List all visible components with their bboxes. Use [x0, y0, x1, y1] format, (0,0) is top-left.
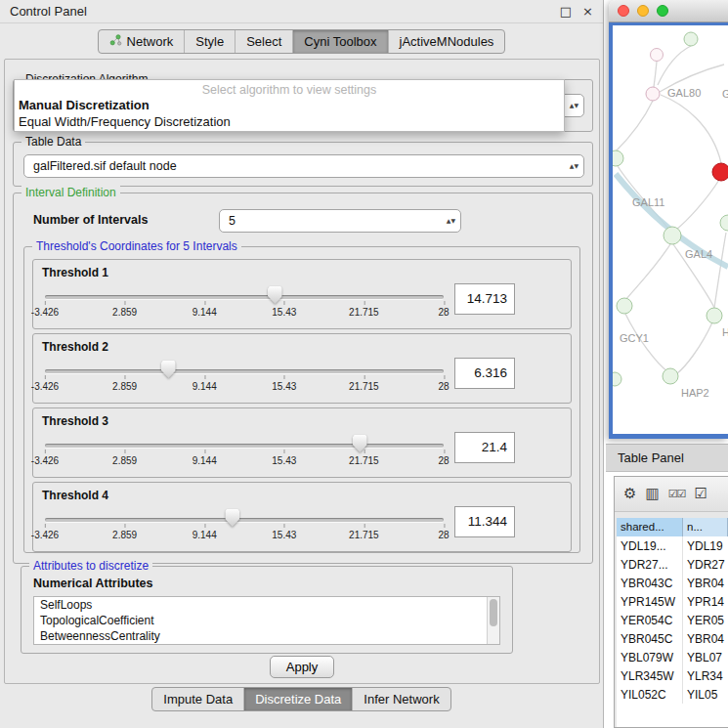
slider-thumb[interactable] [268, 286, 282, 304]
dropdown-option-equal-width-frequency[interactable]: Equal Width/Frequency Discretization [15, 113, 564, 130]
mac-close-button[interactable] [618, 5, 629, 17]
mac-zoom-button[interactable] [657, 5, 668, 17]
node-label: G [722, 88, 728, 100]
select-all-rows-icon[interactable]: ☑☑ [668, 489, 686, 499]
table-cell[interactable]: YBR045C [617, 629, 683, 648]
network-node[interactable] [613, 150, 623, 166]
network-view-window: GAL80 G GAL11 GAL4 GCY1 HAP2 H [609, 0, 728, 439]
table-cell[interactable]: YBR04 [683, 629, 728, 648]
table-cell[interactable]: YLR34 [683, 666, 728, 685]
network-node[interactable] [613, 372, 621, 386]
threshold-value-field[interactable]: 11.344 [454, 506, 515, 537]
attribute-list-item[interactable]: BetweennessCentrality [34, 628, 499, 644]
tick-label: 15.43 [272, 307, 296, 318]
table-cell[interactable]: YIL052C [617, 685, 683, 704]
table-row[interactable]: YPR145WYPR14 [617, 592, 728, 611]
attribute-items: SelfLoopsTopologicalCoefficientBetweenne… [34, 597, 499, 644]
network-node[interactable] [617, 298, 632, 314]
table-cell[interactable]: YDL19... [617, 536, 683, 555]
table-row[interactable]: YDR27...YDR27 [617, 555, 728, 574]
table-data-select[interactable]: galFiltered.sif default node ▲▼ [23, 154, 584, 178]
tab-style[interactable]: Style [184, 30, 235, 53]
mac-minimize-button[interactable] [637, 5, 649, 17]
table-row[interactable]: YLR345WYLR34 [617, 666, 728, 685]
titlebar[interactable]: Control Panel □ × [0, 0, 603, 23]
network-node[interactable] [651, 49, 664, 62]
apply-button[interactable]: Apply [270, 656, 334, 678]
slider-thumb[interactable] [225, 509, 239, 527]
table-cell[interactable]: YBL07 [683, 648, 728, 666]
tab-label: jActiveMNodules [400, 34, 494, 49]
slider-track[interactable] [45, 295, 444, 299]
network-node[interactable] [646, 87, 660, 101]
table-cell[interactable]: YBR043C [617, 574, 683, 592]
table-cell[interactable]: YLR345W [617, 666, 683, 685]
table-cell[interactable]: YDR27... [617, 555, 683, 574]
table-cell[interactable]: YER05 [683, 611, 728, 629]
table-row[interactable]: YER054CYER05 [617, 611, 728, 629]
network-canvas[interactable]: GAL80 G GAL11 GAL4 GCY1 HAP2 H [613, 25, 728, 434]
network-node[interactable] [664, 227, 681, 244]
threshold-slider[interactable]: -3.4262.8599.14415.4321.71528 [45, 283, 444, 324]
slider-track[interactable] [45, 444, 444, 448]
tab-jactivemnodules[interactable]: jActiveMNodules [388, 30, 505, 53]
tab-impute-data[interactable]: Impute Data [152, 688, 243, 710]
threshold-slider[interactable]: -3.4262.8599.14415.4321.71528 [45, 358, 444, 399]
table-row[interactable]: YDL19...YDL19 [617, 536, 728, 555]
threshold-label: Threshold 2 [42, 340, 108, 354]
algorithm-dropdown-popup: Select algorithm to view settings Manual… [14, 79, 565, 132]
table-row[interactable]: YBR045CYBR04 [617, 629, 728, 648]
slider-track[interactable] [45, 518, 444, 522]
threshold-value-field[interactable]: 6.316 [454, 358, 515, 389]
selected-red-node[interactable] [712, 163, 728, 181]
mac-titlebar[interactable] [609, 0, 728, 22]
tick-label: -3.426 [31, 530, 59, 540]
slider-thumb-shape [268, 286, 282, 304]
table-cell[interactable]: YBL079W [617, 648, 683, 666]
tab-infer-network[interactable]: Infer Network [352, 688, 450, 710]
table-row[interactable]: YBR043CYBR04 [617, 574, 728, 592]
table-cell[interactable]: YPR145W [617, 592, 683, 611]
list-scrollbar[interactable] [487, 597, 499, 644]
threshold-slider[interactable]: -3.4262.8599.14415.4321.71528 [45, 506, 444, 547]
tab-select[interactable]: Select [235, 30, 292, 53]
list-scrollbar-thumb[interactable] [490, 599, 497, 626]
table-row[interactable]: YIL052CYIL05 [617, 685, 728, 704]
tick-label: 9.144 [193, 307, 217, 318]
attributes-group: Attributes to discretize Numerical Attri… [21, 566, 513, 654]
columns-icon[interactable]: ▥ [645, 487, 659, 501]
network-node[interactable] [663, 368, 678, 384]
table-cell[interactable]: YPR14 [683, 592, 728, 611]
threshold-slider[interactable]: -3.4262.8599.14415.4321.71528 [45, 432, 444, 473]
table-cell[interactable]: YBR04 [683, 574, 728, 592]
table-cell[interactable]: YDL19 [683, 536, 728, 555]
attribute-list-item[interactable]: TopologicalCoefficient [34, 613, 499, 628]
threshold-value-field[interactable]: 14.713 [454, 283, 515, 315]
slider-track[interactable] [45, 369, 444, 373]
column-header-name[interactable]: n... [683, 518, 728, 536]
minimize-button[interactable]: □ [560, 5, 572, 18]
close-button[interactable]: × [582, 5, 593, 18]
table-cell[interactable]: YIL05 [683, 685, 728, 704]
num-intervals-select[interactable]: 5 ▲▼ [219, 209, 461, 233]
dropdown-option-manual-discretization[interactable]: Manual Discretization [15, 97, 564, 113]
table-cell[interactable]: YER054C [617, 611, 683, 629]
selection-mode-icon[interactable]: ☑ [694, 487, 707, 501]
tick-label: 15.43 [272, 381, 296, 392]
threshold-value-field[interactable]: 21.4 [454, 432, 515, 463]
numerical-attributes-list[interactable]: SelfLoopsTopologicalCoefficientBetweenne… [33, 596, 500, 645]
network-graph[interactable]: GAL80 G GAL11 GAL4 GCY1 HAP2 H [613, 25, 728, 434]
slider-thumb[interactable] [161, 361, 176, 378]
settings-gear-icon[interactable]: ⚙ [623, 487, 636, 501]
tab-network[interactable]: Network [99, 30, 185, 53]
column-header-shared-name[interactable]: shared... [617, 518, 683, 536]
network-node[interactable] [684, 32, 698, 46]
tab-discretize-data[interactable]: Discretize Data [243, 688, 352, 710]
table-cell[interactable]: YDR27 [683, 555, 728, 574]
network-node[interactable] [707, 308, 722, 323]
attribute-list-item[interactable]: SelfLoops [34, 597, 499, 613]
slider-thumb[interactable] [353, 435, 367, 452]
tab-cyni-toolbox[interactable]: Cyni Toolbox [292, 30, 387, 53]
network-node[interactable] [720, 215, 728, 231]
table-row[interactable]: YBL079WYBL07 [617, 648, 728, 666]
